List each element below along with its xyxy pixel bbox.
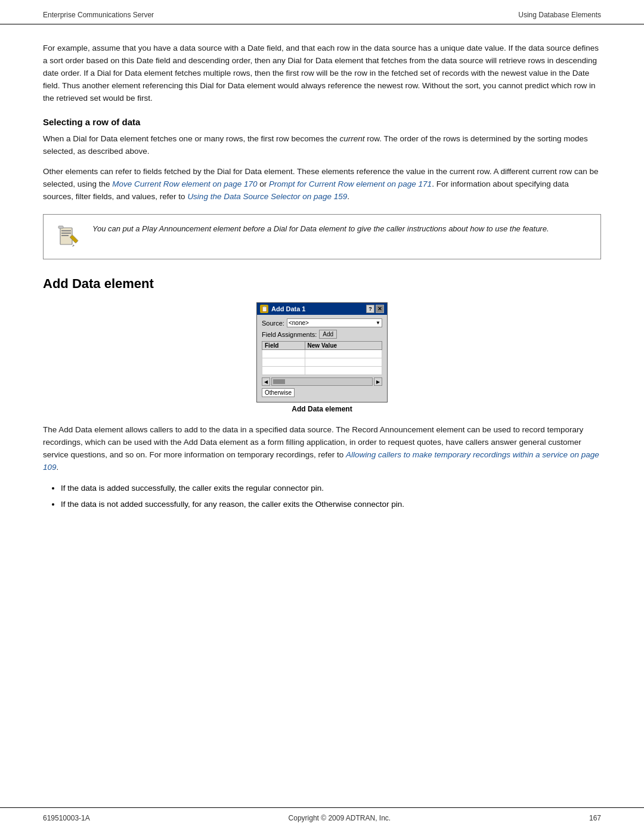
dialog-body: Source: <none> ▼ Field Assignments: Add [257, 315, 387, 402]
header-left: Enterprise Communications Server [43, 11, 154, 19]
dropdown-arrow-icon: ▼ [376, 320, 380, 326]
bullet-item-1: If the data is added successfully, the c… [61, 482, 601, 495]
bullet-item-2: If the data is not added successfully, f… [61, 498, 601, 511]
link-data-source-selector[interactable]: Using the Data Source Selector on page 1… [187, 192, 347, 201]
page-content: For example, assume that you have a data… [0, 24, 644, 789]
dialog-caption: Add Data element [292, 405, 352, 413]
page: Enterprise Communications Server Using D… [0, 0, 644, 833]
add-field-button[interactable]: Add [319, 330, 337, 339]
horizontal-scrollbar[interactable] [271, 377, 373, 386]
table-row-empty1 [262, 350, 382, 358]
scroll-left-button[interactable]: ◀ [262, 377, 270, 386]
dialog-titlebar: 📋 Add Data 1 ? ✕ [257, 303, 387, 315]
otherwise-label: Otherwise [262, 388, 295, 397]
dialog-close-button[interactable]: ✕ [376, 305, 384, 313]
footer-left: 619510003-1A [43, 814, 90, 822]
note-box: You can put a Play Announcement element … [43, 214, 601, 259]
table-col-newvalue: New Value [305, 342, 382, 350]
dialog-help-button[interactable]: ? [366, 305, 374, 313]
scroll-right-button[interactable]: ▶ [374, 377, 382, 386]
source-label: Source: [262, 320, 284, 327]
section2-heading: Add Data element [43, 276, 601, 292]
page-header: Enterprise Communications Server Using D… [0, 0, 644, 24]
intro-paragraph: For example, assume that you have a data… [43, 42, 601, 105]
note-icon [54, 224, 83, 250]
svg-marker-5 [72, 244, 75, 247]
table-row-empty3 [262, 367, 382, 375]
note-text: You can put a Play Announcement element … [92, 223, 549, 235]
field-assignments-table: Field New Value [262, 341, 382, 375]
link-move-current-row[interactable]: Move Current Row element on page 170 [112, 179, 257, 188]
page-footer: 619510003-1A Copyright © 2009 ADTRAN, In… [0, 807, 644, 833]
section1-heading: Selecting a row of data [43, 117, 601, 127]
dialog-title-icon: 📋 [260, 305, 268, 313]
link-prompt-current-row[interactable]: Prompt for Current Row element on page 1… [269, 179, 432, 188]
dialog-source-row: Source: <none> ▼ [262, 318, 382, 327]
scrollbar-thumb [273, 379, 285, 384]
field-assignments-label: Field Assignments: [262, 331, 317, 338]
section2-para1: The Add Data element allows callers to a… [43, 424, 601, 474]
section1-para2: Other elements can refer to fields fetch… [43, 166, 601, 203]
footer-center: Copyright © 2009 ADTRAN, Inc. [289, 814, 391, 822]
otherwise-row: Otherwise [262, 388, 382, 398]
source-dropdown[interactable]: <none> ▼ [287, 318, 382, 327]
bullet-list: If the data is added successfully, the c… [61, 482, 601, 511]
section1-para1: When a Dial for Data element fetches one… [43, 133, 601, 158]
dialog-diagram: 📋 Add Data 1 ? ✕ Source: [256, 302, 388, 413]
table-row-empty2 [262, 358, 382, 367]
dialog-field-assignments-row: Field Assignments: Add [262, 330, 382, 339]
scrollbar-area: ◀ ▶ [262, 377, 382, 386]
svg-rect-2 [61, 233, 71, 234]
footer-right: 167 [589, 814, 601, 822]
table-col-field: Field [262, 342, 305, 350]
note-svg-icon [55, 224, 82, 250]
svg-rect-3 [61, 235, 69, 236]
dialog-title: Add Data 1 [271, 305, 305, 312]
svg-rect-1 [61, 230, 71, 231]
svg-rect-6 [58, 226, 63, 228]
header-right: Using Database Elements [518, 11, 601, 19]
diagram-container: 📋 Add Data 1 ? ✕ Source: [43, 302, 601, 413]
add-data-dialog: 📋 Add Data 1 ? ✕ Source: [256, 302, 388, 402]
